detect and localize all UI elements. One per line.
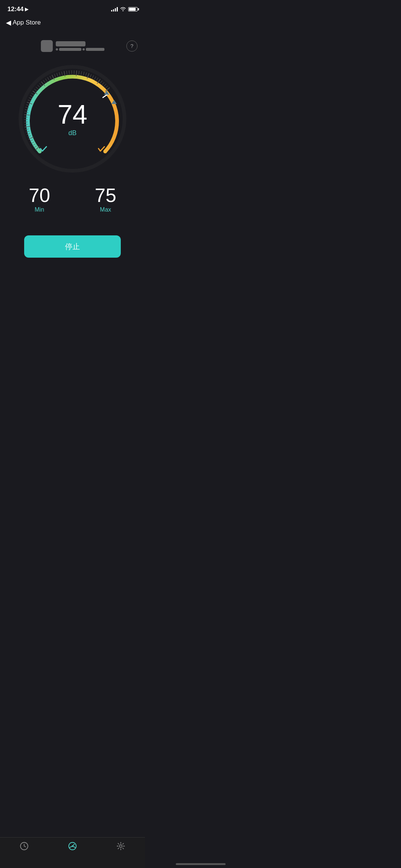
app-header: ?	[0, 36, 145, 56]
status-right-icons	[111, 6, 138, 12]
main-content: ?	[0, 29, 145, 317]
gauge-unit-label: dB	[58, 129, 87, 137]
location-icon: ▶	[25, 7, 28, 12]
max-label: Max	[95, 206, 116, 213]
help-label: ?	[130, 43, 133, 49]
app-header-icons	[41, 40, 104, 52]
back-label: App Store	[13, 19, 41, 26]
wifi-icon	[120, 6, 126, 12]
help-button[interactable]: ?	[126, 40, 138, 52]
app-details-blurred	[56, 48, 104, 51]
battery-icon	[128, 7, 138, 12]
min-stat: 70 Min	[29, 186, 50, 213]
max-value: 75	[95, 186, 116, 205]
app-name-blurred	[56, 41, 85, 46]
gauge-current-value: 74	[58, 101, 87, 128]
time-display: 12:44	[7, 6, 23, 13]
status-time: 12:44 ▶	[7, 6, 28, 13]
min-value: 70	[29, 186, 50, 205]
status-bar: 12:44 ▶	[0, 0, 145, 16]
stop-button-label: 停止	[65, 242, 80, 251]
back-arrow-icon: ◀	[6, 19, 11, 27]
app-icon-blurred	[41, 40, 53, 52]
nav-back[interactable]: ◀ App Store	[0, 16, 145, 29]
gauge-center-display: 74 dB	[58, 101, 87, 137]
svg-line-45	[69, 71, 69, 74]
svg-line-15	[24, 122, 28, 122]
signal-strength-icon	[111, 7, 118, 12]
stop-button[interactable]: 停止	[24, 235, 121, 258]
max-stat: 75 Max	[95, 186, 116, 213]
gauge-container: 74 dB	[17, 63, 128, 174]
stats-row: 70 Min 75 Max	[29, 186, 116, 213]
min-label: Min	[29, 206, 50, 213]
